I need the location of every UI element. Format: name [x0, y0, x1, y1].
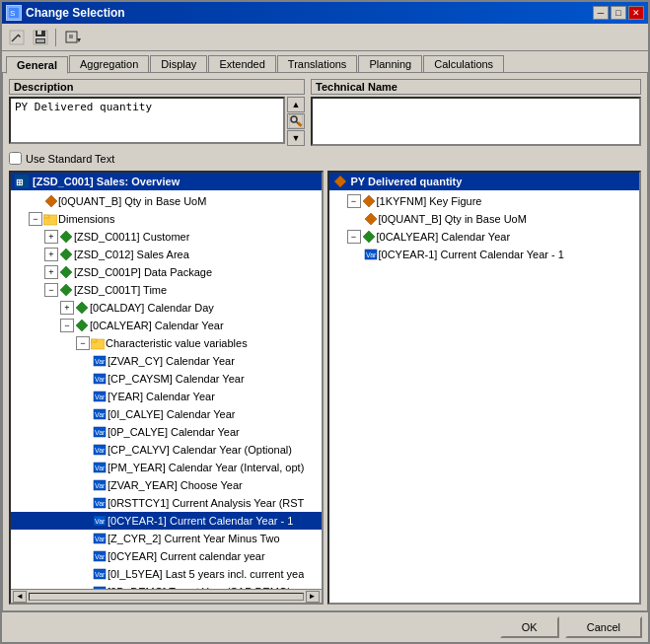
tree-item-z_cyr_2[interactable]: Var [Z_CYR_2] Current Year Minus Two	[11, 530, 322, 547]
window-title: Change Selection	[26, 6, 125, 20]
window-icon: S	[6, 5, 22, 21]
expand-datapackage[interactable]: +	[44, 265, 58, 279]
standard-text-row: Use Standard Text	[9, 152, 641, 165]
tree-item-zvar_year[interactable]: Var [ZVAR_YEAR] Choose Year	[11, 476, 322, 494]
expand-r-0calyear[interactable]: −	[347, 230, 361, 244]
tab-general[interactable]: General	[6, 56, 68, 74]
ok-button[interactable]: OK	[500, 616, 559, 638]
title-bar-controls: ─ □ ✕	[593, 6, 644, 20]
tree-item-charvalvars[interactable]: − Characteristic value variables	[11, 334, 322, 352]
var-icon-z_cyr_2: Var	[93, 532, 107, 545]
var-icon-r-0cyear_1: Var	[364, 248, 378, 261]
description-group: Description PY Delivered quantity ▲	[9, 79, 305, 146]
svg-marker-60	[363, 195, 375, 207]
tree-item-quant_b[interactable]: [0QUANT_B] Qty in Base UoM	[11, 192, 322, 210]
tab-aggregation[interactable]: Aggregation	[69, 55, 149, 73]
close-button[interactable]: ✕	[628, 6, 644, 20]
expand-customer[interactable]: +	[44, 230, 58, 244]
tree-item-r-0cyear_1[interactable]: Var [0CYEAR-1] Current Calendar Year - 1	[329, 246, 640, 263]
expand-charvalvars[interactable]: −	[76, 336, 90, 350]
tree-item-r-0quant_b[interactable]: [0QUANT_B] Qty in Base UoM	[329, 210, 640, 228]
expand-calyear[interactable]: −	[60, 319, 74, 332]
tree-item-datapackage[interactable]: + [ZSD_C001P] Data Package	[11, 263, 322, 281]
tab-display[interactable]: Display	[150, 55, 207, 73]
tree-item-0i_l5yea[interactable]: Var [0I_L5YEA] Last 5 years incl. curren…	[11, 565, 322, 583]
folder-icon-charvalvars	[91, 336, 105, 350]
left-tree-panel: ⊞ [ZSD_C001] Sales: Overview [0QUANT_B] …	[9, 171, 324, 605]
tabs-bar: General Aggregation Display Extended Tra…	[2, 51, 648, 73]
minimize-button[interactable]: ─	[593, 6, 609, 20]
var-icon-cp_caysm: Var	[93, 372, 107, 386]
right-tree-header: PY Delivered quantity	[329, 173, 640, 190]
tree-item-cp_calyv[interactable]: Var [CP_CALYV] Calendar Year (Optional)	[11, 441, 322, 459]
bottom-bar: OK Cancel	[2, 611, 648, 642]
node-icon-datapackage	[59, 265, 73, 279]
main-window: S Change Selection ─ □ ✕	[0, 0, 650, 644]
tree-item-time[interactable]: − [ZSD_C001T] Time	[11, 281, 322, 299]
tree-item-0rsttcy1[interactable]: Var [0RSTTCY1] Current Analysis Year (RS…	[11, 494, 322, 512]
svg-text:Var: Var	[95, 553, 106, 560]
expand-salesarea[interactable]: +	[44, 248, 58, 261]
expand-dimensions[interactable]: −	[29, 212, 42, 226]
svg-text:Var: Var	[95, 358, 106, 365]
tree-item-calyear[interactable]: − [0CALYEAR] Calendar Year	[11, 317, 322, 334]
expand-time[interactable]: −	[44, 283, 58, 297]
tree-item-year[interactable]: Var [YEAR] Calendar Year	[11, 388, 322, 405]
node-icon-r-0calyear	[362, 230, 376, 244]
tree-item-pm_year[interactable]: Var [PM_YEAR] Calendar Year (Interval, o…	[11, 459, 322, 476]
pencil-button[interactable]	[6, 27, 28, 48]
description-search-btn[interactable]	[287, 113, 305, 129]
tree-item-0cyear_1[interactable]: Var [0CYEAR-1] Current Calendar Year - 1	[11, 512, 322, 530]
tab-translations[interactable]: Translations	[277, 55, 358, 73]
expand-r-1kyfnm[interactable]: −	[347, 194, 361, 208]
svg-marker-13	[77, 38, 81, 42]
maximize-button[interactable]: □	[611, 6, 626, 20]
var-icon-zvar_year: Var	[93, 478, 107, 492]
tab-extended[interactable]: Extended	[208, 55, 275, 73]
right-tree-title: PY Delivered quantity	[351, 176, 463, 187]
keyfig-folder-icon	[362, 194, 376, 208]
options-icon	[65, 30, 83, 45]
technical-name-group: Technical Name	[311, 79, 641, 146]
svg-text:Var: Var	[95, 500, 106, 507]
use-standard-text-checkbox[interactable]	[9, 152, 22, 165]
cancel-button[interactable]: Cancel	[565, 616, 642, 638]
save-icon	[33, 30, 48, 45]
right-tree-body[interactable]: − [1KYFNM] Key Figure [0QUANT_B] Qt	[329, 190, 640, 603]
left-tree-body[interactable]: [0QUANT_B] Qty in Base UoM − Dimensions …	[11, 190, 322, 589]
svg-text:S: S	[10, 9, 15, 18]
tree-item-0cyear[interactable]: Var [0CYEAR] Current calendar year	[11, 547, 322, 565]
tree-item-salesarea[interactable]: + [ZSD_C012] Sales Area	[11, 246, 322, 263]
tree-item-zvar_cy[interactable]: Var [ZVAR_CY] Calendar Year	[11, 352, 322, 370]
expand-calday[interactable]: +	[60, 301, 74, 315]
title-bar: S Change Selection ─ □ ✕	[2, 2, 648, 24]
right-tree-panel: PY Delivered quantity − [1KYFNM] Key Fig…	[327, 171, 642, 605]
tree-item-dimensions[interactable]: − Dimensions	[11, 210, 322, 228]
tab-planning[interactable]: Planning	[358, 55, 422, 73]
options-button[interactable]	[60, 27, 88, 48]
description-input[interactable]: PY Delivered quantity	[9, 97, 285, 144]
tree-item-0i_calye[interactable]: Var [0I_CALYE] Calendar Year	[11, 405, 322, 423]
tree-item-r-1kyfnm[interactable]: − [1KYFNM] Key Figure	[329, 192, 640, 210]
scroll-left-btn[interactable]: ◄	[13, 591, 27, 603]
tree-item-customer[interactable]: + [ZSD_C0011] Customer	[11, 228, 322, 246]
tree-item-cp_caysm[interactable]: Var [CP_CAYSM] Calendar Year	[11, 370, 322, 388]
var-icon-year: Var	[93, 390, 107, 403]
tree-item-calday[interactable]: + [0CALDAY] Calendar Day	[11, 299, 322, 317]
use-standard-text-label[interactable]: Use Standard Text	[26, 153, 114, 165]
svg-text:⊞: ⊞	[16, 178, 24, 187]
tree-item-0p_calye[interactable]: Var [0P_CALYE] Calendar Year	[11, 423, 322, 441]
description-btn-up[interactable]: ▲	[287, 97, 305, 112]
technical-name-label: Technical Name	[311, 79, 641, 95]
tree-item-r-0calyear[interactable]: − [0CALYEAR] Calendar Year	[329, 228, 640, 246]
scroll-right-btn[interactable]: ►	[306, 591, 320, 603]
toolbar-separator	[55, 29, 56, 46]
var-icon-0cyear: Var	[93, 549, 107, 563]
svg-marker-59	[334, 176, 346, 187]
left-tree-scrollbar-x[interactable]: ◄ ►	[11, 589, 322, 603]
tab-calculations[interactable]: Calculations	[423, 55, 504, 73]
description-btn-down[interactable]: ▼	[287, 130, 305, 146]
svg-marker-61	[365, 213, 377, 225]
save-button[interactable]	[30, 27, 51, 48]
technical-name-input[interactable]	[311, 97, 641, 146]
